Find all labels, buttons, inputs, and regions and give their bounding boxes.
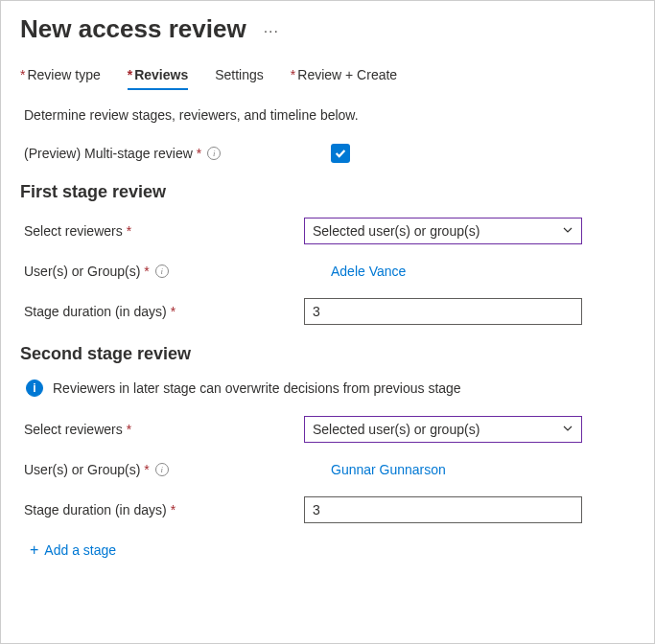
required-star-icon: * bbox=[171, 304, 175, 319]
checkmark-icon bbox=[334, 147, 347, 160]
tab-label: Reviews bbox=[134, 67, 188, 82]
required-star-icon: * bbox=[127, 422, 131, 437]
dropdown-value: Selected user(s) or group(s) bbox=[313, 422, 480, 437]
field-label: Select reviewers * bbox=[24, 422, 304, 437]
stage1-users-row: User(s) or Group(s) * i Adele Vance bbox=[24, 264, 635, 279]
tab-settings[interactable]: Settings bbox=[215, 63, 264, 90]
info-icon[interactable]: i bbox=[207, 147, 221, 160]
tab-reviews[interactable]: *Reviews bbox=[128, 63, 189, 90]
required-star-icon: * bbox=[127, 223, 131, 239]
multi-stage-label: (Preview) Multi-stage review * i bbox=[24, 146, 304, 161]
tab-strip: *Review type *Reviews Settings *Review +… bbox=[20, 63, 635, 90]
stage2-select-reviewers-dropdown[interactable]: Selected user(s) or group(s) bbox=[304, 416, 582, 443]
stage1-select-reviewers-dropdown[interactable]: Selected user(s) or group(s) bbox=[304, 218, 582, 244]
tab-label: Settings bbox=[215, 67, 264, 82]
required-star-icon: * bbox=[144, 264, 149, 279]
stage1-user-link[interactable]: Adele Vance bbox=[331, 264, 406, 279]
multi-stage-checkbox[interactable] bbox=[331, 144, 350, 163]
stage1-duration-row: Stage duration (in days) * bbox=[24, 298, 635, 325]
stage2-users-row: User(s) or Group(s) * i Gunnar Gunnarson bbox=[24, 462, 635, 477]
header-row: New access review ··· bbox=[20, 14, 635, 44]
plus-icon: + bbox=[30, 542, 38, 558]
stage2-user-link[interactable]: Gunnar Gunnarson bbox=[331, 462, 446, 477]
tab-label: Review + Create bbox=[297, 67, 397, 82]
required-star-icon: * bbox=[291, 67, 295, 82]
stage1-select-reviewers-row: Select reviewers * Selected user(s) or g… bbox=[24, 218, 635, 244]
field-label: User(s) or Group(s) * i bbox=[24, 462, 304, 477]
add-stage-label: Add a stage bbox=[44, 542, 116, 558]
required-star-icon: * bbox=[144, 462, 149, 477]
second-stage-heading: Second stage review bbox=[20, 344, 635, 364]
stage2-duration-input[interactable] bbox=[304, 496, 582, 523]
stage1-duration-input[interactable] bbox=[304, 298, 582, 325]
multi-stage-row: (Preview) Multi-stage review * i bbox=[24, 144, 635, 163]
tab-review-create[interactable]: *Review + Create bbox=[291, 63, 397, 90]
info-icon[interactable]: i bbox=[155, 264, 169, 278]
field-label: User(s) or Group(s) * i bbox=[24, 264, 304, 279]
required-star-icon: * bbox=[128, 67, 132, 82]
required-star-icon: * bbox=[197, 146, 201, 161]
required-star-icon: * bbox=[20, 67, 25, 82]
dropdown-value: Selected user(s) or group(s) bbox=[313, 223, 480, 239]
overwrite-info-banner: i Reviewers in later stage can overwrite… bbox=[24, 380, 635, 397]
page-frame: New access review ··· *Review type *Revi… bbox=[0, 0, 655, 644]
chevron-down-icon bbox=[562, 224, 573, 239]
first-stage-heading: First stage review bbox=[20, 182, 635, 202]
stage2-select-reviewers-row: Select reviewers * Selected user(s) or g… bbox=[24, 416, 635, 443]
page-title: New access review bbox=[20, 14, 246, 44]
field-label: Select reviewers * bbox=[24, 223, 304, 239]
info-message: Reviewers in later stage can overwrite d… bbox=[53, 380, 461, 396]
add-stage-link[interactable]: + Add a stage bbox=[30, 542, 635, 558]
info-icon: i bbox=[26, 380, 43, 397]
intro-text: Determine review stages, reviewers, and … bbox=[24, 107, 635, 123]
tab-review-type[interactable]: *Review type bbox=[20, 63, 101, 90]
field-label: Stage duration (in days) * bbox=[24, 304, 304, 319]
info-icon[interactable]: i bbox=[155, 463, 169, 476]
stage2-duration-row: Stage duration (in days) * bbox=[24, 496, 635, 523]
tab-label: Review type bbox=[27, 67, 100, 82]
field-label: Stage duration (in days) * bbox=[24, 502, 304, 518]
chevron-down-icon bbox=[562, 423, 573, 437]
required-star-icon: * bbox=[171, 502, 175, 518]
more-actions-icon[interactable]: ··· bbox=[264, 19, 279, 40]
